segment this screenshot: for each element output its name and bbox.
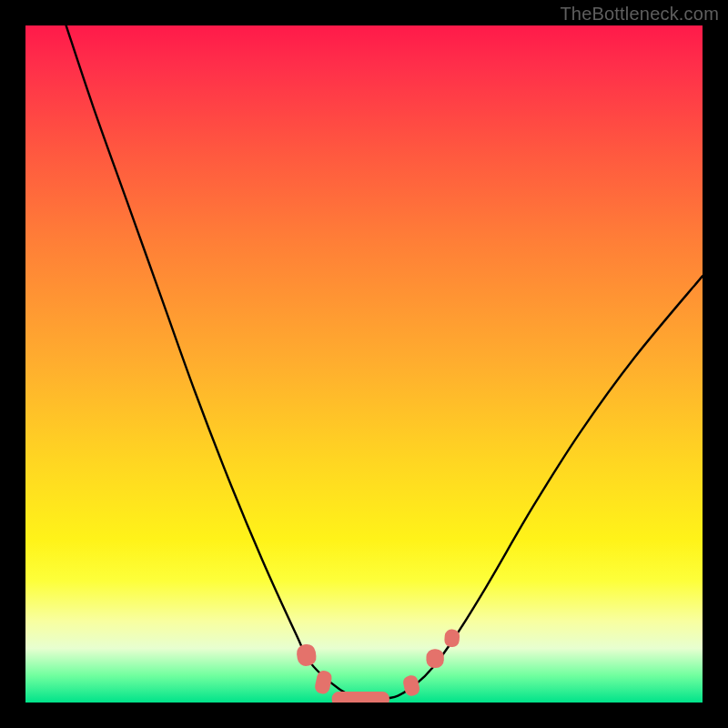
curve-marker [332, 692, 389, 703]
attribution-text: TheBottleneck.com [560, 4, 719, 25]
curve-layer [66, 25, 703, 700]
plot-area [25, 25, 703, 703]
curve-marker [402, 674, 421, 697]
bottleneck-curve [66, 25, 703, 700]
curve-marker [296, 643, 318, 667]
curve-markers [296, 629, 460, 703]
chart-svg [25, 25, 703, 703]
curve-marker [314, 670, 333, 695]
chart-frame: TheBottleneck.com [0, 0, 728, 728]
curve-marker [444, 629, 460, 647]
curve-marker [426, 649, 443, 668]
